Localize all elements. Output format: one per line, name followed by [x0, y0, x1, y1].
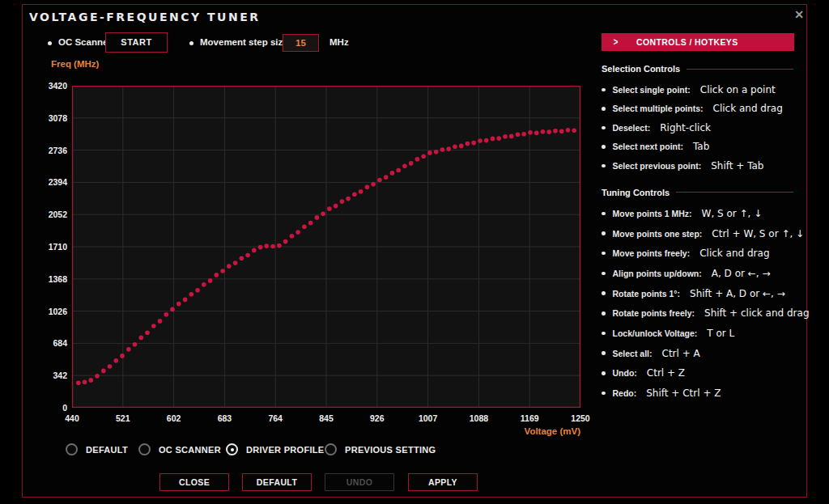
- start-button[interactable]: START: [105, 32, 168, 53]
- default-button[interactable]: DEFAULT: [242, 473, 312, 491]
- data-point[interactable]: [546, 129, 551, 134]
- close-button[interactable]: CLOSE: [159, 473, 229, 491]
- data-point[interactable]: [415, 157, 420, 162]
- data-point[interactable]: [427, 150, 432, 155]
- data-point[interactable]: [270, 244, 275, 249]
- data-point[interactable]: [290, 234, 295, 239]
- data-point[interactable]: [390, 171, 395, 176]
- data-point[interactable]: [352, 193, 357, 197]
- data-point[interactable]: [509, 134, 514, 139]
- data-point[interactable]: [258, 245, 263, 250]
- data-point[interactable]: [521, 132, 526, 137]
- data-point[interactable]: [183, 298, 188, 303]
- profile-radio-previous-setting[interactable]: PREVIOUS SETTING: [325, 443, 436, 455]
- data-point[interactable]: [440, 147, 445, 152]
- data-point[interactable]: [421, 155, 426, 159]
- data-point[interactable]: [503, 134, 508, 139]
- data-point[interactable]: [265, 244, 270, 248]
- data-point[interactable]: [315, 215, 320, 220]
- radio-circle-icon[interactable]: [138, 443, 151, 455]
- data-point[interactable]: [240, 256, 244, 260]
- radio-circle-icon[interactable]: [325, 443, 337, 455]
- data-point[interactable]: [202, 282, 206, 287]
- data-point[interactable]: [233, 260, 238, 265]
- data-point[interactable]: [478, 138, 483, 143]
- data-point[interactable]: [227, 264, 232, 269]
- data-point[interactable]: [516, 132, 521, 137]
- data-point[interactable]: [334, 204, 338, 209]
- data-point[interactable]: [95, 374, 100, 379]
- profile-radio-default[interactable]: DEFAULT: [66, 443, 128, 455]
- data-point[interactable]: [484, 138, 489, 143]
- data-point[interactable]: [158, 319, 163, 324]
- data-point[interactable]: [371, 182, 376, 187]
- hotkey-action-label: Move points one step:: [613, 229, 703, 239]
- controls-hotkeys-header[interactable]: > CONTROLS / HOTKEYS: [602, 33, 794, 51]
- data-point[interactable]: [453, 145, 457, 150]
- data-point[interactable]: [170, 307, 175, 312]
- profile-radio-oc-scanner[interactable]: OC SCANNER: [138, 443, 221, 455]
- step-size-input[interactable]: [283, 34, 319, 52]
- data-point[interactable]: [365, 185, 370, 190]
- radio-circle-icon[interactable]: [66, 443, 78, 455]
- data-point[interactable]: [377, 178, 382, 183]
- bullet-icon: [602, 272, 606, 276]
- data-point[interactable]: [340, 199, 345, 204]
- data-point[interactable]: [133, 342, 138, 347]
- data-point[interactable]: [108, 364, 113, 369]
- data-point[interactable]: [528, 130, 533, 135]
- vf-curve-chart[interactable]: [72, 86, 580, 408]
- data-point[interactable]: [327, 206, 332, 211]
- close-icon[interactable]: ✕: [792, 7, 806, 22]
- apply-button[interactable]: APPLY: [408, 473, 478, 491]
- data-point[interactable]: [302, 225, 307, 230]
- data-point[interactable]: [114, 358, 119, 363]
- section-divider: [676, 192, 793, 193]
- data-point[interactable]: [553, 129, 558, 133]
- data-point[interactable]: [308, 221, 313, 226]
- data-point[interactable]: [491, 137, 495, 142]
- data-point[interactable]: [541, 129, 546, 134]
- data-point[interactable]: [434, 150, 439, 155]
- data-point[interactable]: [76, 380, 81, 385]
- data-point[interactable]: [189, 292, 194, 297]
- data-point[interactable]: [245, 253, 250, 258]
- data-point[interactable]: [471, 141, 476, 146]
- data-point[interactable]: [252, 248, 257, 253]
- data-point[interactable]: [139, 336, 144, 341]
- data-point[interactable]: [559, 129, 564, 133]
- data-point[interactable]: [534, 130, 539, 135]
- data-point[interactable]: [220, 269, 225, 273]
- data-point[interactable]: [396, 168, 401, 173]
- data-point[interactable]: [321, 211, 325, 216]
- data-point[interactable]: [409, 161, 414, 166]
- data-point[interactable]: [89, 378, 94, 383]
- data-point[interactable]: [566, 128, 571, 133]
- data-point[interactable]: [496, 136, 501, 141]
- data-point[interactable]: [176, 302, 181, 307]
- data-point[interactable]: [83, 380, 87, 385]
- data-point[interactable]: [384, 175, 389, 180]
- data-point[interactable]: [283, 239, 288, 244]
- radio-circle-icon[interactable]: [226, 443, 238, 455]
- data-point[interactable]: [151, 324, 156, 328]
- data-point[interactable]: [215, 273, 219, 277]
- data-point[interactable]: [346, 197, 351, 201]
- data-point[interactable]: [101, 369, 106, 374]
- data-point[interactable]: [446, 146, 451, 151]
- data-point[interactable]: [572, 129, 576, 133]
- data-point[interactable]: [195, 288, 200, 293]
- data-point[interactable]: [459, 144, 464, 149]
- data-point[interactable]: [164, 312, 169, 317]
- data-point[interactable]: [359, 189, 363, 194]
- data-point[interactable]: [208, 278, 213, 283]
- data-point[interactable]: [402, 164, 407, 169]
- chart-canvas[interactable]: [72, 86, 580, 408]
- data-point[interactable]: [466, 142, 470, 146]
- data-point[interactable]: [126, 347, 131, 352]
- data-point[interactable]: [145, 330, 150, 335]
- data-point[interactable]: [277, 244, 282, 248]
- data-point[interactable]: [120, 354, 125, 358]
- profile-radio-driver-profile[interactable]: DRIVER PROFILE: [226, 443, 325, 455]
- data-point[interactable]: [295, 230, 300, 235]
